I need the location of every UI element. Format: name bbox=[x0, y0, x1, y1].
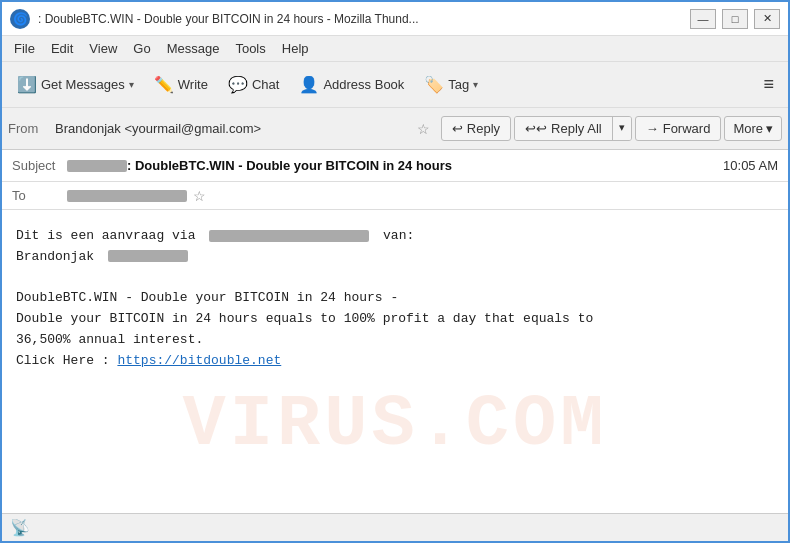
email-time: 10:05 AM bbox=[723, 158, 778, 173]
email-line-5: Double your BITCOIN in 24 hours equals t… bbox=[16, 309, 774, 330]
to-label: To bbox=[12, 188, 67, 203]
star-icon[interactable]: ☆ bbox=[417, 121, 430, 137]
email-link[interactable]: https://bitdouble.net bbox=[117, 353, 281, 368]
chat-icon: 💬 bbox=[228, 75, 248, 94]
hamburger-menu-button[interactable]: ≡ bbox=[755, 70, 782, 99]
reply-icon: ↩ bbox=[452, 121, 463, 136]
subject-bar: Subject : DoubleBTC.WIN - Double your BI… bbox=[2, 150, 788, 182]
connection-status-icon: 📡 bbox=[10, 518, 30, 537]
more-label: More bbox=[733, 121, 763, 136]
window-title: : DoubleBTC.WIN - Double your BITCOIN in… bbox=[38, 12, 690, 26]
window-controls: — □ ✕ bbox=[690, 9, 780, 29]
email-line-4: DoubleBTC.WIN - Double your BITCOIN in 2… bbox=[16, 288, 774, 309]
title-bar: 🌀 : DoubleBTC.WIN - Double your BITCOIN … bbox=[2, 2, 788, 36]
write-icon: ✏️ bbox=[154, 75, 174, 94]
address-book-label: Address Book bbox=[323, 77, 404, 92]
reply-all-button[interactable]: ↩↩ Reply All bbox=[515, 117, 613, 140]
reply-all-dropdown-button[interactable]: ▾ bbox=[613, 117, 631, 140]
address-book-icon: 👤 bbox=[299, 75, 319, 94]
menu-tools[interactable]: Tools bbox=[227, 39, 273, 58]
reply-all-icon: ↩↩ bbox=[525, 121, 547, 136]
more-dropdown-arrow: ▾ bbox=[766, 121, 773, 136]
email-blurred-link bbox=[209, 230, 369, 242]
menu-bar: File Edit View Go Message Tools Help bbox=[2, 36, 788, 62]
email-body: Dit is een aanvraag via van: Brandonjak … bbox=[2, 210, 788, 513]
menu-edit[interactable]: Edit bbox=[43, 39, 81, 58]
reply-bar: From Brandonjak <yourmail@gmail.com> ☆ ↩… bbox=[2, 108, 788, 150]
status-bar: 📡 bbox=[2, 513, 788, 541]
write-label: Write bbox=[178, 77, 208, 92]
tag-icon: 🏷️ bbox=[424, 75, 444, 94]
menu-go[interactable]: Go bbox=[125, 39, 158, 58]
email-line-2: Brandonjak bbox=[16, 247, 774, 268]
get-messages-button[interactable]: ⬇️ Get Messages ▾ bbox=[8, 70, 143, 99]
menu-help[interactable]: Help bbox=[274, 39, 317, 58]
get-messages-dropdown-arrow[interactable]: ▾ bbox=[129, 79, 134, 90]
menu-view[interactable]: View bbox=[81, 39, 125, 58]
get-messages-icon: ⬇️ bbox=[17, 75, 37, 94]
address-book-button[interactable]: 👤 Address Book bbox=[290, 70, 413, 99]
to-bar: To ☆ bbox=[2, 182, 788, 210]
tag-button[interactable]: 🏷️ Tag ▾ bbox=[415, 70, 487, 99]
email-blurred-name bbox=[108, 250, 188, 262]
reply-label: Reply bbox=[467, 121, 500, 136]
watermark: VIRUS.COM bbox=[183, 368, 608, 483]
get-messages-label: Get Messages bbox=[41, 77, 125, 92]
email-line-1: Dit is een aanvraag via van: bbox=[16, 226, 774, 247]
reply-all-label: Reply All bbox=[551, 121, 602, 136]
menu-message[interactable]: Message bbox=[159, 39, 228, 58]
maximize-button[interactable]: □ bbox=[722, 9, 748, 29]
subject-value: : DoubleBTC.WIN - Double your BITCOIN in… bbox=[127, 158, 723, 173]
reply-all-group: ↩↩ Reply All ▾ bbox=[514, 116, 632, 141]
menu-file[interactable]: File bbox=[6, 39, 43, 58]
tag-label: Tag bbox=[448, 77, 469, 92]
forward-button[interactable]: → Forward bbox=[635, 116, 722, 141]
subject-label: Subject bbox=[12, 158, 67, 173]
minimize-button[interactable]: — bbox=[690, 9, 716, 29]
chat-button[interactable]: 💬 Chat bbox=[219, 70, 288, 99]
more-button[interactable]: More ▾ bbox=[724, 116, 782, 141]
app-icon-letter: 🌀 bbox=[13, 12, 28, 26]
app-icon: 🌀 bbox=[10, 9, 30, 29]
main-window: 🌀 : DoubleBTC.WIN - Double your BITCOIN … bbox=[0, 0, 790, 543]
forward-label: Forward bbox=[663, 121, 711, 136]
tag-dropdown-arrow[interactable]: ▾ bbox=[473, 79, 478, 90]
write-button[interactable]: ✏️ Write bbox=[145, 70, 217, 99]
email-line-6: 36,500% annual interest. bbox=[16, 330, 774, 351]
to-value-blurred bbox=[67, 190, 187, 202]
subject-blurred-prefix bbox=[67, 160, 127, 172]
from-value: Brandonjak <yourmail@gmail.com> bbox=[55, 121, 414, 136]
close-button[interactable]: ✕ bbox=[754, 9, 780, 29]
chat-label: Chat bbox=[252, 77, 279, 92]
toolbar: ⬇️ Get Messages ▾ ✏️ Write 💬 Chat 👤 Addr… bbox=[2, 62, 788, 108]
to-star-icon[interactable]: ☆ bbox=[193, 188, 206, 204]
forward-icon: → bbox=[646, 121, 659, 136]
reply-button[interactable]: ↩ Reply bbox=[441, 116, 511, 141]
from-label: From bbox=[8, 121, 48, 136]
email-line-7: Click Here : https://bitdouble.net bbox=[16, 351, 774, 372]
